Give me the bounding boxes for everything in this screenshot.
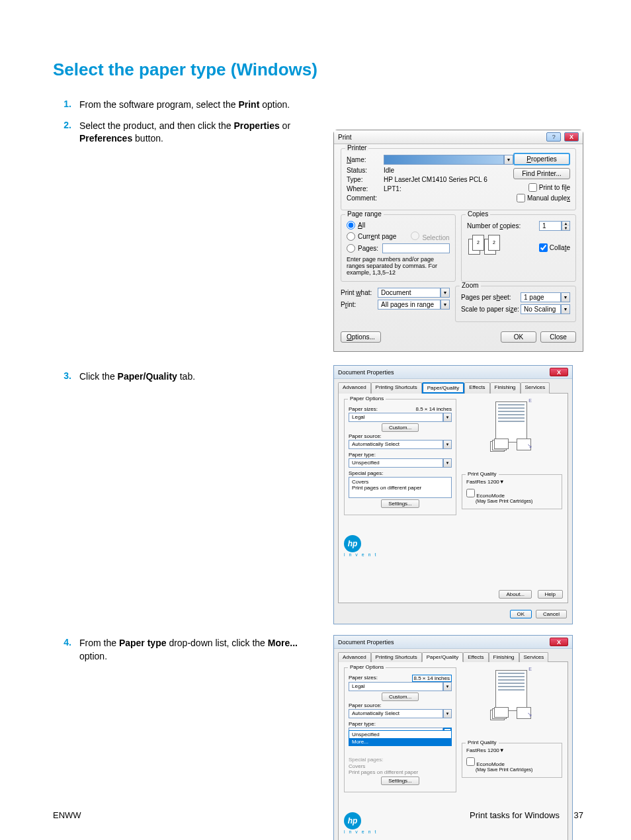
paper-source-label: Paper source: [349, 702, 452, 708]
pages-label: Pages: [358, 245, 378, 252]
tab-shortcuts[interactable]: Printing Shortcuts [371, 652, 422, 662]
pps-dropdown-icon[interactable]: ▼ [561, 292, 570, 302]
special-covers-item[interactable]: Covers [352, 479, 448, 485]
paper-type-select[interactable]: Unspecified [349, 458, 443, 468]
paper-source-dropdown-icon[interactable]: ▼ [443, 709, 452, 718]
cancel-button[interactable]: Cancel [536, 610, 567, 618]
close-button[interactable]: X [564, 132, 579, 142]
find-printer-button[interactable]: Find Printer... [513, 168, 570, 179]
step-1-bold: Print [238, 99, 259, 110]
paper-source-label: Paper source: [349, 433, 452, 439]
ok-button[interactable]: OK [501, 331, 536, 343]
paper-sizes-label: Paper sizes: [349, 406, 378, 412]
paper-sizes-dim: 8.5 × 14 inches [416, 406, 452, 413]
numcopies-input[interactable]: 1 [539, 221, 562, 231]
step-3-bold: Paper/Quality [118, 371, 177, 382]
properties-button[interactable]: Properties [513, 153, 570, 165]
tab-effects[interactable]: Effects [464, 382, 489, 394]
paper-type-dropdown-icon[interactable]: ▼ [443, 458, 452, 468]
step-2-text: Select the product, and then click the P… [79, 120, 324, 146]
paper-source-select[interactable]: Automatically Select [349, 440, 443, 449]
current-page-radio[interactable] [347, 232, 355, 241]
step-2-number: 2. [53, 120, 79, 146]
print-quality-legend: Print Quality [466, 471, 499, 477]
tab-effects[interactable]: Effects [463, 652, 488, 662]
print-quality-dropdown-icon[interactable]: ▼ [499, 747, 505, 753]
printwhat-dropdown-icon[interactable]: ▼ [441, 288, 450, 298]
printer-select[interactable] [384, 155, 504, 165]
footer-section: Print tasks for Windows [470, 810, 560, 820]
paper-sizes-select[interactable]: Legal [349, 682, 443, 691]
doc-properties-title: Document Properties [338, 639, 394, 646]
step-3-before: Click the [79, 371, 118, 382]
economode-sub: (May Save Print Cartridges) [476, 767, 558, 772]
paper-type-opt-unspecified[interactable]: Unspecified [349, 731, 451, 738]
scale-select[interactable]: No Scaling [521, 304, 561, 314]
step-4-after: option. [79, 651, 107, 661]
tab-services[interactable]: Services [519, 652, 549, 662]
close-dialog-button[interactable]: Close [540, 331, 576, 343]
paper-sizes-dropdown-icon[interactable]: ▼ [443, 413, 452, 422]
doc-properties-dialog-step3: Document Properties X Advanced Printing … [333, 365, 573, 624]
paper-source-dropdown-icon[interactable]: ▼ [443, 440, 452, 449]
current-page-label: Current page [358, 233, 396, 240]
tab-paper-quality[interactable]: Paper/Quality [422, 382, 464, 394]
close-button[interactable]: X [550, 638, 568, 646]
ok-button[interactable]: OK [510, 610, 532, 618]
settings-button[interactable]: Settings... [381, 777, 419, 785]
type-label: Type: [347, 176, 384, 183]
paper-type-dropdown-list[interactable]: Unspecified More... [349, 730, 452, 746]
print-quality-dropdown-icon[interactable]: ▼ [499, 479, 505, 485]
print-quality-legend: Print Quality [466, 739, 499, 745]
help-button[interactable]: Help [538, 590, 563, 599]
paper-source-select[interactable]: Automatically Select [349, 709, 443, 718]
paper-options-legend: Paper Options [348, 396, 386, 401]
pages-input[interactable] [382, 243, 450, 253]
tab-shortcuts[interactable]: Printing Shortcuts [371, 382, 422, 394]
numcopies-spinner[interactable]: ▲▼ [562, 221, 570, 231]
print-quality-select[interactable]: FastRes 1200 [466, 747, 499, 753]
pps-select[interactable]: 1 page [521, 292, 561, 302]
close-button[interactable]: X [550, 368, 568, 376]
numcopies-label: Number of copies: [467, 222, 521, 230]
step-4-text: From the Paper type drop-down list, clic… [79, 637, 324, 663]
paper-type-opt-more[interactable]: More... [349, 738, 451, 745]
help-button[interactable]: ? [546, 132, 561, 142]
print-quality-select[interactable]: FastRes 1200 [466, 479, 499, 485]
special-pages-list[interactable]: Covers Print pages on different paper [349, 477, 452, 498]
economode-checkbox[interactable] [466, 757, 475, 766]
print-label: Print: [341, 301, 378, 308]
tab-advanced[interactable]: Advanced [338, 652, 371, 662]
collate-icon: 1 2 1 2 [467, 235, 496, 260]
scale-dropdown-icon[interactable]: ▼ [561, 304, 570, 314]
comment-label: Comment: [347, 194, 384, 202]
print-to-file-checkbox[interactable] [528, 183, 537, 192]
status-value: Idle [384, 167, 394, 174]
about-button[interactable]: About... [499, 590, 532, 599]
printer-dropdown-icon[interactable]: ▼ [504, 155, 513, 165]
tab-paper-quality[interactable]: Paper/Quality [422, 652, 463, 662]
manual-duplex-checkbox[interactable] [517, 194, 525, 202]
all-radio[interactable] [347, 221, 355, 230]
paper-type-label: Paper type: [349, 452, 452, 458]
printwhat-select[interactable]: Document [378, 288, 441, 298]
paper-sizes-dropdown-icon[interactable]: ▼ [443, 682, 452, 691]
tab-finishing[interactable]: Finishing [489, 652, 519, 662]
tab-advanced[interactable]: Advanced [338, 382, 371, 394]
custom-button[interactable]: Custom... [382, 693, 419, 701]
tab-services[interactable]: Services [521, 382, 550, 394]
special-diff-item[interactable]: Print pages on different paper [352, 485, 448, 491]
economode-checkbox[interactable] [466, 489, 475, 497]
step-1-number: 1. [53, 99, 79, 112]
print-select[interactable]: All pages in range [378, 300, 441, 310]
custom-button[interactable]: Custom... [382, 423, 419, 432]
economode-label: EconoMode [476, 761, 505, 767]
print-dropdown-icon[interactable]: ▼ [441, 300, 450, 310]
options-button[interactable]: Options... [341, 331, 381, 343]
tab-finishing[interactable]: Finishing [490, 382, 521, 394]
paper-sizes-select[interactable]: Legal [349, 413, 443, 422]
all-label: All [358, 222, 365, 229]
settings-button[interactable]: Settings... [381, 499, 419, 508]
collate-checkbox[interactable] [539, 243, 548, 252]
pages-radio[interactable] [347, 244, 355, 253]
